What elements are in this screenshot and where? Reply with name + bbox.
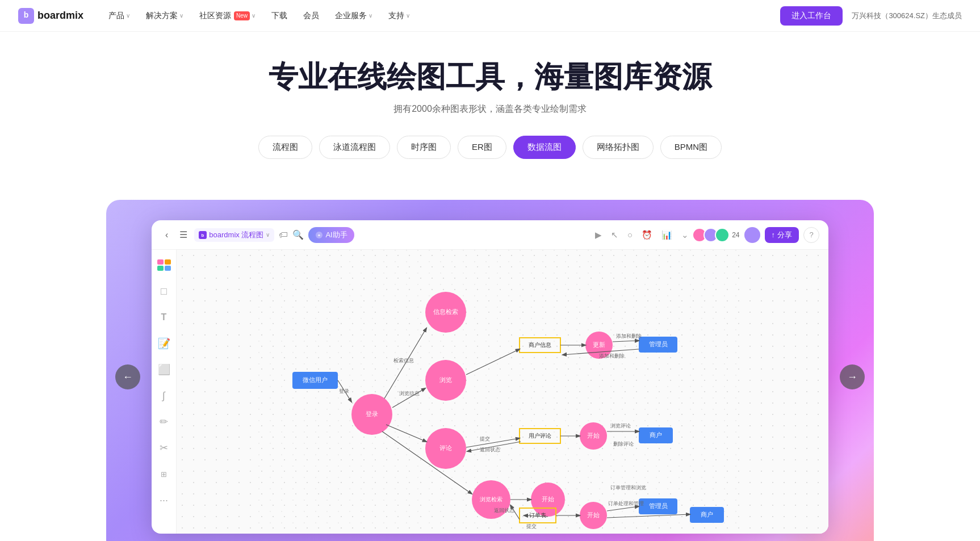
- play-icon[interactable]: ▶: [593, 228, 604, 242]
- clock-icon[interactable]: ⏰: [639, 228, 655, 242]
- svg-text:开始: 开始: [542, 496, 554, 502]
- svg-text:浏览评论: 浏览评论: [610, 423, 631, 429]
- cursor-icon[interactable]: ↖: [609, 228, 621, 242]
- pen-tool[interactable]: ✏: [156, 413, 173, 430]
- chart-icon[interactable]: 📊: [659, 228, 675, 242]
- search-icon[interactable]: 🔍: [292, 229, 304, 240]
- circle-tool-icon[interactable]: ○: [625, 228, 635, 242]
- chevron-down-icon: ∨: [368, 12, 372, 19]
- chevron-down-icon: ∨: [126, 12, 130, 19]
- collaborator-avatars: 24: [696, 228, 739, 242]
- diagram-svg: 微信用户 登录 信息检索 浏览 评论: [177, 250, 828, 534]
- boardmix-small-icon: b: [199, 231, 207, 239]
- tab-swim-lane[interactable]: 泳道流程图: [319, 136, 390, 159]
- svg-text:商户: 商户: [650, 431, 662, 438]
- svg-text:管理员: 管理员: [649, 341, 668, 347]
- app-window: ‹ ☰ b boardmix 流程图 ∨ 🏷 🔍: [152, 220, 828, 534]
- nav-right: 进入工作台 万兴科技（300624.SZ）生态成员: [780, 6, 962, 26]
- canvas-container: ← ‹ ☰ b boardmix 流程图 ∨ 🏷: [106, 200, 874, 541]
- svg-text:开始: 开始: [587, 432, 600, 439]
- table-tool[interactable]: ⊞: [156, 465, 173, 483]
- toolbar-left: ‹ ☰ b boardmix 流程图 ∨ 🏷 🔍: [161, 227, 588, 243]
- svg-text:微信用户: 微信用户: [303, 376, 328, 383]
- collaborator-count: 24: [732, 231, 739, 239]
- nav-item-solutions[interactable]: 解决方案 ∨: [139, 7, 190, 24]
- app-toolbar: ‹ ☰ b boardmix 流程图 ∨ 🏷 🔍: [152, 220, 828, 250]
- toolbar-logo-text: boardmix 流程图: [209, 230, 263, 240]
- sticky-note-tool[interactable]: 📝: [156, 335, 173, 352]
- palette-icon: [157, 259, 171, 271]
- tag-icon[interactable]: 🏷: [279, 230, 288, 240]
- svg-text:✦: ✦: [317, 233, 321, 237]
- brand-name: boardmix: [37, 10, 83, 22]
- enter-workspace-button[interactable]: 进入工作台: [780, 6, 843, 26]
- nav-item-community[interactable]: 社区资源 New ∨: [192, 7, 262, 24]
- user-avatar[interactable]: [744, 227, 760, 243]
- share-icon: ↑: [772, 230, 776, 239]
- svg-text:b: b: [24, 10, 29, 19]
- tab-sequence[interactable]: 时序图: [397, 136, 451, 159]
- shape-tool[interactable]: □: [156, 283, 173, 300]
- tab-network[interactable]: 网络拓扑图: [583, 136, 654, 159]
- prev-diagram-button[interactable]: ←: [115, 364, 140, 389]
- svg-text:订单表: 订单表: [529, 512, 546, 518]
- svg-text:用户评论: 用户评论: [529, 433, 551, 439]
- svg-text:登录: 登录: [339, 388, 349, 394]
- toolbar-chevron-icon: ∨: [266, 232, 270, 238]
- chevron-down-icon: ∨: [179, 12, 183, 19]
- more-tools[interactable]: ···: [156, 492, 173, 509]
- menu-icon[interactable]: ☰: [177, 227, 190, 242]
- svg-text:删除评论: 删除评论: [613, 441, 634, 447]
- right-arrow-icon: →: [847, 371, 857, 383]
- tab-bpmn[interactable]: BPMN图: [660, 136, 722, 159]
- next-diagram-button[interactable]: →: [840, 364, 865, 389]
- tab-dataflow[interactable]: 数据流图: [513, 136, 576, 159]
- hero-subtitle: 拥有2000余种图表形状，涵盖各类专业绘制需求: [11, 103, 969, 115]
- member-text: 万兴科技（300624.SZ）生态成员: [852, 11, 962, 21]
- svg-text:b: b: [202, 233, 204, 238]
- svg-text:提交: 提交: [480, 436, 490, 442]
- tab-flowchart[interactable]: 流程图: [258, 136, 312, 159]
- svg-text:浏览信息: 浏览信息: [399, 391, 420, 396]
- svg-text:商户信息: 商户信息: [529, 342, 551, 348]
- toolbar-logo-tag: b boardmix 流程图 ∨: [194, 228, 274, 242]
- svg-text:添加和删除: 添加和删除: [599, 353, 625, 359]
- diagram-canvas[interactable]: 微信用户 登录 信息检索 浏览 评论: [177, 250, 828, 534]
- chevron-down-icon: ∨: [406, 12, 410, 19]
- svg-text:管理员: 管理员: [649, 502, 668, 509]
- svg-text:评论: 评论: [439, 444, 452, 451]
- nav-logo[interactable]: b boardmix: [18, 8, 83, 24]
- boardmix-logo-icon: b: [18, 8, 34, 24]
- svg-text:返回状态: 返回状态: [480, 447, 500, 452]
- app-body: □ T 📝 ⬜ ∫ ✏ ✂ ⊞ ···: [152, 250, 828, 534]
- help-button[interactable]: ?: [803, 227, 819, 243]
- share-button[interactable]: ↑ 分享: [765, 227, 799, 243]
- svg-text:检索信息: 检索信息: [393, 358, 414, 363]
- svg-text:订单管理和浏览: 订单管理和浏览: [610, 485, 646, 490]
- nav-item-download[interactable]: 下载: [265, 7, 294, 24]
- svg-text:更新: 更新: [593, 341, 605, 348]
- scissors-tool[interactable]: ✂: [156, 439, 173, 456]
- text-tool[interactable]: T: [156, 309, 173, 326]
- back-button[interactable]: ‹: [161, 228, 173, 242]
- svg-text:浏览检索: 浏览检索: [480, 496, 502, 502]
- left-arrow-icon: ←: [123, 371, 133, 383]
- ai-label: AI助手: [325, 230, 347, 240]
- sidebar-tools: □ T 📝 ⬜ ∫ ✏ ✂ ⊞ ···: [152, 250, 177, 534]
- svg-text:添加和删除: 添加和删除: [616, 333, 642, 339]
- svg-text:登录: 登录: [366, 410, 378, 417]
- tab-er[interactable]: ER图: [458, 136, 506, 159]
- diagram-tabs: 流程图 泳道流程图 时序图 ER图 数据流图 网络拓扑图 BPMN图: [11, 136, 969, 159]
- curve-tool[interactable]: ∫: [156, 387, 173, 404]
- more-icon[interactable]: ⌄: [679, 228, 691, 242]
- nav-item-support[interactable]: 支持 ∨: [382, 7, 417, 24]
- palette-tool[interactable]: [156, 257, 173, 274]
- hero-section: 专业在线绘图工具，海量图库资源 拥有2000余种图表形状，涵盖各类专业绘制需求 …: [0, 32, 980, 200]
- svg-text:订单处理和管理: 订单处理和管理: [608, 501, 644, 506]
- nav-item-member[interactable]: 会员: [296, 7, 326, 24]
- frame-tool[interactable]: ⬜: [156, 361, 173, 378]
- ai-assistant-button[interactable]: ✦ AI助手: [308, 227, 354, 243]
- nav-item-product[interactable]: 产品 ∨: [102, 7, 137, 24]
- svg-text:信息检索: 信息检索: [433, 308, 458, 315]
- nav-item-enterprise[interactable]: 企业服务 ∨: [328, 7, 379, 24]
